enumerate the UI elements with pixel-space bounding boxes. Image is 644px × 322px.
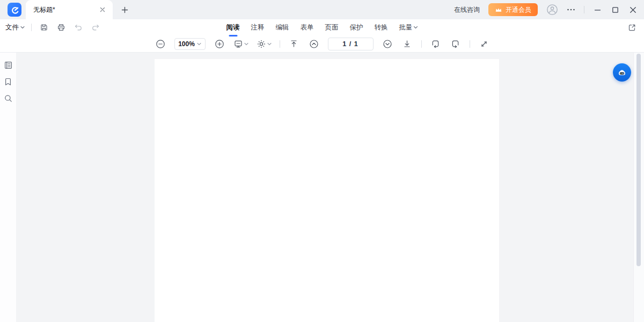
tab-protect[interactable]: 保护 <box>349 21 364 34</box>
online-support-link[interactable]: 在线咨询 <box>454 5 480 14</box>
ai-assistant-button[interactable] <box>613 63 631 82</box>
tab-page[interactable]: 页面 <box>325 21 339 34</box>
pdf-page[interactable] <box>155 59 499 322</box>
file-menu-label: 文件 <box>5 23 19 32</box>
menubar: 文件 <box>0 19 644 35</box>
minimize-button[interactable] <box>594 6 601 13</box>
chevron-down-icon <box>414 26 418 29</box>
toolbar-divider <box>421 40 422 48</box>
app-window: 无标题* 在线咨询 开通 <box>0 0 644 322</box>
toolbar-divider <box>470 40 470 48</box>
ribbon-tabs: 阅读 注释 编辑 表单 页面 保护 转换 批量 <box>226 19 419 35</box>
redo-icon[interactable] <box>90 21 101 33</box>
chevron-down-icon <box>197 42 201 46</box>
save-icon[interactable] <box>38 21 50 33</box>
open-external-icon[interactable] <box>626 21 638 33</box>
tab-batch[interactable]: 批量 <box>399 21 419 34</box>
zoom-out-icon[interactable] <box>155 38 166 50</box>
titlebar-divider <box>584 6 584 13</box>
search-panel-icon[interactable] <box>2 92 14 104</box>
zoom-in-icon[interactable] <box>214 38 225 50</box>
avatar[interactable] <box>546 4 558 16</box>
background-brightness-dropdown[interactable] <box>257 39 272 49</box>
chevron-down-icon <box>267 42 272 46</box>
file-menu[interactable]: 文件 <box>5 23 25 32</box>
new-tab-button[interactable] <box>117 2 132 17</box>
tab-read[interactable]: 阅读 <box>226 21 240 34</box>
print-icon[interactable] <box>55 21 67 33</box>
tab-close-icon[interactable] <box>98 5 107 14</box>
previous-page-icon[interactable] <box>308 38 320 50</box>
scroll-to-bottom-icon[interactable] <box>401 38 413 50</box>
tab-convert[interactable]: 转换 <box>374 21 389 34</box>
page-indicator: 1 / 1 <box>342 40 358 48</box>
membership-button[interactable]: 开通会员 <box>488 3 538 16</box>
more-menu-button[interactable] <box>567 8 575 11</box>
zoom-level-dropdown[interactable]: 100% <box>174 38 206 50</box>
vertical-scrollbar[interactable] <box>633 53 644 322</box>
undo-icon[interactable] <box>72 21 84 33</box>
scrollbar-thumb[interactable] <box>636 54 641 266</box>
rotate-right-icon[interactable] <box>450 38 462 50</box>
chevron-down-icon <box>20 26 25 29</box>
rotate-left-icon[interactable] <box>430 38 442 50</box>
chevron-down-icon <box>244 42 248 46</box>
zoom-level-value: 100% <box>178 40 195 48</box>
page-number-input[interactable]: 1 / 1 <box>328 38 374 50</box>
toolbar-divider <box>280 40 280 48</box>
document-canvas[interactable] <box>16 53 633 322</box>
titlebar: 无标题* 在线咨询 开通 <box>0 0 644 19</box>
page-view-mode-dropdown[interactable] <box>233 39 248 49</box>
robot-icon <box>616 67 628 78</box>
next-page-icon[interactable] <box>382 38 393 50</box>
tab-edit[interactable]: 编辑 <box>275 21 290 34</box>
menubar-divider <box>31 24 32 31</box>
app-logo-icon <box>8 3 21 17</box>
document-tab[interactable]: 无标题* <box>26 0 113 19</box>
thumbnails-panel-icon[interactable] <box>2 59 14 71</box>
close-button[interactable] <box>630 6 636 13</box>
tab-annotate[interactable]: 注释 <box>251 21 265 34</box>
main-area <box>0 53 644 322</box>
brightness-icon <box>257 39 266 49</box>
bookmarks-panel-icon[interactable] <box>2 76 14 87</box>
membership-label: 开通会员 <box>506 5 531 14</box>
maximize-button[interactable] <box>612 6 619 13</box>
left-sidebar <box>0 53 16 322</box>
tab-title: 无标题* <box>33 5 98 14</box>
fullscreen-icon[interactable] <box>478 38 490 50</box>
crown-icon <box>495 6 502 13</box>
scroll-to-top-icon[interactable] <box>288 38 300 50</box>
tab-form[interactable]: 表单 <box>300 21 314 34</box>
toolbar: 100% <box>0 35 644 53</box>
page-view-icon <box>233 39 243 49</box>
